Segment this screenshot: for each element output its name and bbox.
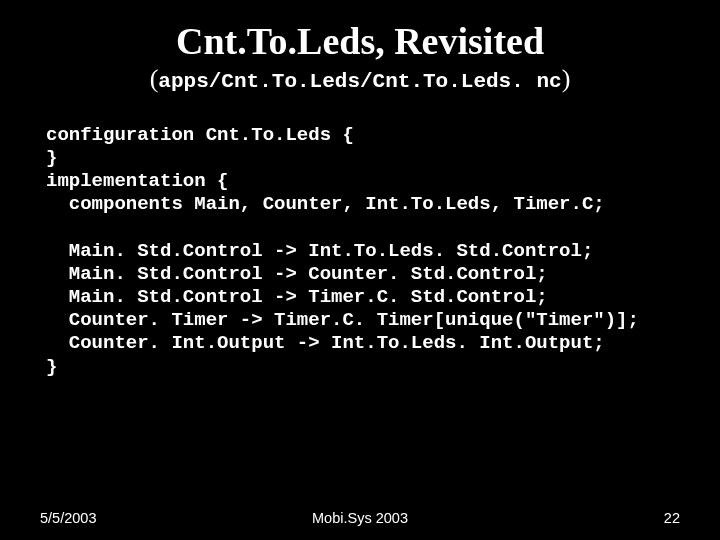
footer-page-number: 22 — [664, 510, 680, 526]
slide-title: Cnt.To.Leds, Revisited — [40, 22, 680, 62]
paren-close: ) — [562, 64, 571, 93]
slide: Cnt.To.Leds, Revisited (apps/Cnt.To.Leds… — [0, 0, 720, 540]
footer-venue: Mobi.Sys 2003 — [40, 510, 680, 526]
slide-subtitle: (apps/Cnt.To.Leds/Cnt.To.Leds. nc) — [40, 64, 680, 94]
code-block: configuration Cnt.To.Leds { } implementa… — [46, 124, 680, 379]
subtitle-path: apps/Cnt.To.Leds/Cnt.To.Leds. nc — [158, 70, 561, 93]
